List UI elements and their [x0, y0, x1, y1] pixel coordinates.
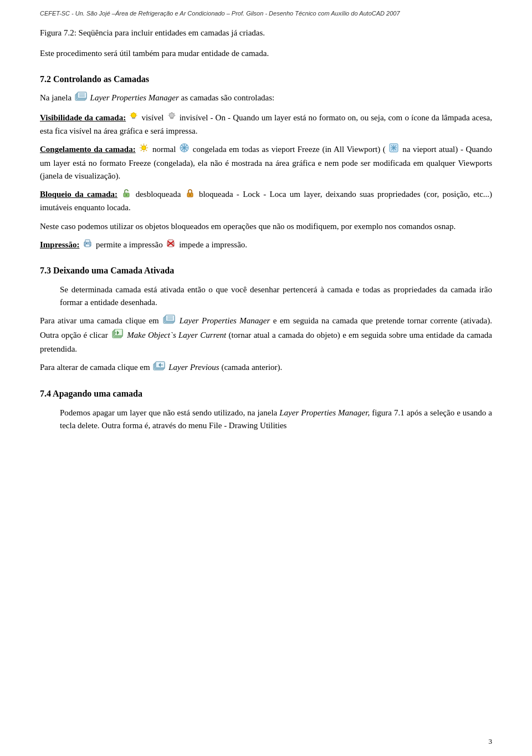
visible-text: visível [141, 113, 163, 122]
svg-point-34 [183, 147, 185, 149]
svg-line-27 [141, 150, 142, 151]
lamp-on-icon [129, 111, 138, 124]
section-74-title: 7.4 Apagando uma camada [40, 387, 492, 401]
section-72: 7.2 Controlando as Camadas Na janela Lay… [40, 73, 492, 252]
svg-line-28 [146, 150, 147, 151]
svg-rect-48 [86, 243, 87, 244]
lock-icon [186, 189, 195, 201]
freeze-text2: congelada em todas as vieport Freeze (in… [193, 145, 386, 154]
svg-line-26 [146, 145, 147, 146]
print-on-icon [83, 239, 93, 252]
section-73: 7.3 Deixando uma Camada Ativada Se deter… [40, 264, 492, 375]
svg-rect-7 [132, 118, 135, 119]
freeze-label: Congelamento da camada: [40, 145, 136, 154]
lock-desbloqueada: desbloqueada [136, 190, 181, 199]
svg-rect-46 [85, 240, 90, 242]
freeze-all-icon [389, 143, 398, 156]
section-73-para3: Para alterar de camada clique em Layer P… [40, 361, 492, 375]
section-74: 7.4 Apagando uma camada Podemos apagar u… [40, 387, 492, 432]
freeze-normal-text: normal [152, 145, 176, 154]
visibility-para: Visibilidade da camada: visível [40, 111, 492, 138]
section-73-para2: Para ativar uma camada clique em Layer P… [40, 314, 492, 356]
layer-manager-label: Layer Properties Manager [90, 93, 179, 102]
lock-note: Neste caso podemos utilizar os objetos b… [40, 220, 492, 233]
svg-point-6 [131, 113, 136, 118]
svg-rect-14 [170, 118, 173, 119]
svg-rect-47 [85, 244, 90, 247]
svg-line-9 [131, 113, 131, 114]
lamp-off-icon [167, 111, 176, 124]
svg-point-20 [142, 146, 146, 150]
make-current-icon [111, 329, 124, 343]
svg-point-42 [126, 194, 127, 196]
freeze-icon [180, 143, 189, 156]
layer-properties-icon-2 [163, 314, 175, 328]
print-label: Impressão: [40, 240, 79, 249]
page-number: 3 [489, 737, 493, 746]
svg-line-16 [169, 113, 170, 114]
svg-point-44 [189, 194, 191, 196]
unlock-icon [122, 189, 131, 201]
print-text: permite a impressão [96, 240, 163, 249]
layer-previous-icon [153, 361, 165, 375]
svg-line-25 [141, 145, 142, 146]
figure-caption: Figura 7.2: Seqüência para incluir entid… [40, 27, 492, 39]
layer-manager-label-2: Layer Properties Manager [180, 316, 270, 325]
print-text2: impede a impressão. [179, 240, 247, 249]
figure-caption-text: Figura 7.2: Seqüência para incluir entid… [40, 28, 265, 37]
svg-line-10 [136, 113, 136, 114]
layer-properties-icon [75, 92, 87, 105]
section-72-intro: Na janela Layer Properties Manager as ca… [40, 92, 492, 105]
header-text: CEFET-SC - Un. São Jojé –Área de Refrige… [40, 10, 400, 17]
print-para: Impressão: permite a impressão [40, 239, 492, 252]
section-74-manager: Layer Properties Manager, [279, 408, 370, 417]
section-73-title: 7.3 Deixando uma Camada Ativada [40, 264, 492, 278]
layer-previous-label: Layer Previous [168, 363, 219, 372]
lock-label: Bloqueio da camada: [40, 190, 117, 199]
intro-sentence: Este procedimento será útil também para … [40, 47, 492, 60]
make-current-label: Make Object`s Layer Current [127, 331, 226, 339]
svg-line-17 [174, 113, 175, 114]
visibility-label: Visibilidade da camada: [40, 113, 126, 122]
lock-para: Bloqueio da camada: desbloqueada bloquea… [40, 188, 492, 214]
section-72-title: 7.2 Controlando as Camadas [40, 73, 492, 87]
svg-point-13 [169, 113, 174, 118]
print-off-icon [166, 239, 176, 252]
section-73-para1: Se determinada camada está ativada então… [60, 283, 492, 309]
page: CEFET-SC - Un. São Jojé –Área de Refrige… [0, 0, 532, 756]
freeze-para: Congelamento da camada: normal [40, 143, 492, 182]
section-74-para1: Podemos apagar um layer que não está sen… [60, 407, 492, 433]
page-header: CEFET-SC - Un. São Jojé –Área de Refrige… [40, 10, 492, 17]
svg-point-40 [393, 147, 395, 149]
sun-icon [139, 143, 149, 156]
